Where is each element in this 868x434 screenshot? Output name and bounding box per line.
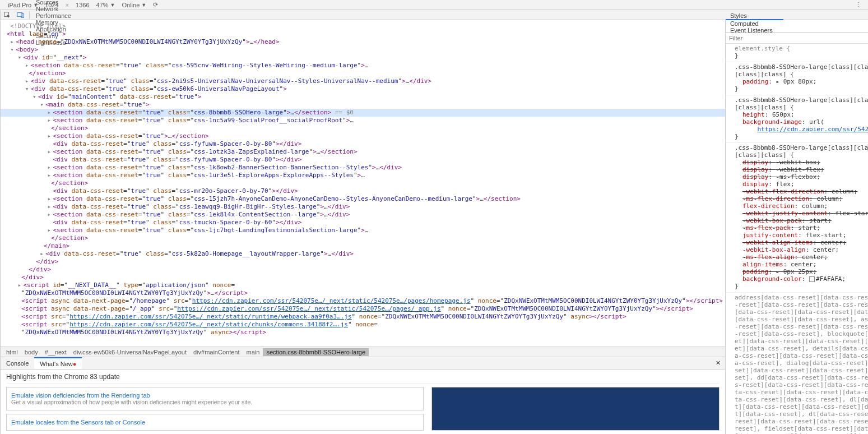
device-menu-icon[interactable]: ⋮ <box>855 1 864 8</box>
devtools-tab-sources[interactable]: Sources <box>31 0 76 6</box>
devtools-tab-network[interactable]: Network <box>31 6 76 11</box>
device-toolbar: iPad Pro ▼ 1024 × 1366 47% ▼ Online ▼ ⟳ … <box>0 0 868 10</box>
rotate-icon[interactable]: ⟳ <box>150 1 161 8</box>
throttle-select[interactable]: Online ▼ <box>118 2 150 8</box>
zoom-select[interactable]: 47% ▼ <box>93 2 119 8</box>
